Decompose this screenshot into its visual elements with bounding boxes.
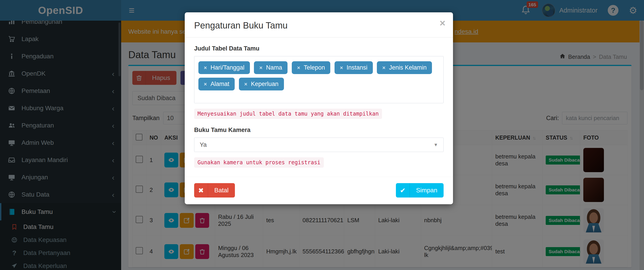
column-tag[interactable]: ×Keperluan bbox=[239, 78, 284, 90]
save-button[interactable]: ✔ Simpan bbox=[396, 183, 444, 198]
column-tag[interactable]: ×Nama bbox=[254, 61, 288, 74]
camera-select-value: Ya bbox=[200, 142, 207, 148]
column-tag[interactable]: ×Hari/Tanggal bbox=[198, 61, 250, 74]
cancel-button-label: Batal bbox=[208, 187, 235, 194]
close-icon[interactable]: × bbox=[440, 18, 446, 28]
remove-tag-icon[interactable]: × bbox=[244, 81, 248, 87]
table-title-help: Menyesuaikan judul tabel data tamu yang … bbox=[194, 109, 382, 119]
column-tag[interactable]: ×Telepon bbox=[292, 61, 330, 74]
column-tag[interactable]: ×Instansi bbox=[334, 61, 373, 74]
remove-tag-icon[interactable]: × bbox=[382, 65, 385, 71]
caret-down-icon: ▼ bbox=[434, 142, 438, 148]
camera-help: Gunakan kamera untuk proses registrasi bbox=[194, 157, 324, 168]
modal-body: Judul Tabel Data Tamu ×Hari/Tanggal ×Nam… bbox=[185, 38, 453, 170]
modal-header: Pengaturan Buku Tamu × bbox=[185, 12, 453, 38]
pengaturan-buku-tamu-modal: Pengaturan Buku Tamu × Judul Tabel Data … bbox=[185, 12, 453, 204]
camera-select[interactable]: Ya ▼ bbox=[194, 138, 444, 152]
remove-tag-icon[interactable]: × bbox=[204, 81, 207, 87]
table-title-label: Judul Tabel Data Tamu bbox=[194, 45, 444, 52]
remove-tag-icon[interactable]: × bbox=[259, 65, 262, 71]
check-icon: ✔ bbox=[396, 183, 410, 198]
column-tag[interactable]: ×Alamat bbox=[198, 78, 235, 90]
save-button-label: Simpan bbox=[410, 187, 444, 194]
remove-tag-icon[interactable]: × bbox=[297, 65, 300, 71]
cancel-button[interactable]: ✖ Batal bbox=[194, 183, 235, 198]
modal-footer: ✖ Batal ✔ Simpan bbox=[185, 177, 453, 204]
modal-title: Pengaturan Buku Tamu bbox=[194, 21, 444, 31]
column-tags-input[interactable]: ×Hari/Tanggal ×Nama ×Telepon ×Instansi ×… bbox=[194, 56, 444, 103]
remove-tag-icon[interactable]: × bbox=[204, 65, 207, 71]
remove-tag-icon[interactable]: × bbox=[340, 65, 343, 71]
x-mark-icon: ✖ bbox=[194, 183, 208, 198]
column-tag[interactable]: ×Jenis Kelamin bbox=[377, 61, 432, 74]
screen: Pembangunan Lapak Pengaduan OpenDK ‹ Pem… bbox=[0, 0, 644, 270]
camera-label: Buku Tamu Kamera bbox=[194, 126, 444, 133]
